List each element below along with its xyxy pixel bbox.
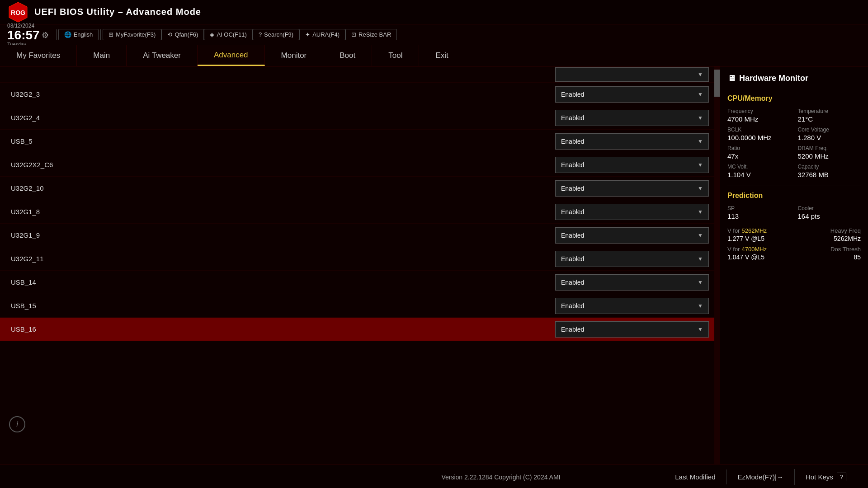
dropdown-arrow-usb-15: ▼ [698,303,703,309]
hw-prediction-grid: SP 113 Cooler 164 pts [727,205,861,220]
toolbar-search[interactable]: ? Search(F9) [253,29,299,40]
hw-divider [727,186,861,186]
tab-monitor[interactable]: Monitor [265,45,324,66]
dropdown-arrow-u32g1-8: ▼ [698,209,703,215]
hw-frequency-value: 4700 MHz [727,115,791,123]
toolbar-aura-label: AURA(F4) [312,31,340,38]
tab-main[interactable]: Main [77,45,127,66]
dropdown-usb-5[interactable]: Enabled ▼ [555,133,709,150]
hw-monitor-title: 🖥 Hardware Monitor [727,74,861,87]
dropdown-arrow-usb-16: ▼ [698,326,703,333]
dropdown-u32g2x2-c6[interactable]: Enabled ▼ [555,157,709,173]
hw-heavy-freq-label: Heavy Freq [830,227,861,234]
hw-v-5262-label: V for [727,227,740,234]
toolbar-qfan[interactable]: ⟲ Qfan(F6) [161,29,204,40]
header-top: ROG UEFI BIOS Utility – Advanced Mode [0,0,868,24]
dropdown-usb-16[interactable]: Enabled ▼ [555,321,709,338]
setting-control-usb-14: Enabled ▼ [555,274,709,291]
hw-core-voltage-label: Core Voltage [798,127,861,133]
setting-control-usb-15: Enabled ▼ [555,298,709,314]
dropdown-u32g1-8[interactable]: Enabled ▼ [555,204,709,220]
hw-cpu-memory-title: CPU/Memory [727,94,861,103]
setting-label-u32g2-4: U32G2_4 [11,114,555,122]
toolbar-divider-2 [100,29,101,40]
hw-mc-volt-label: MC Volt. [727,164,791,170]
hw-mc-volt-value: 1.104 V [727,171,791,178]
tab-exit[interactable]: Exit [419,45,465,66]
tab-exit-label: Exit [435,51,448,60]
svg-text:ROG: ROG [11,9,25,16]
hw-dos-thresh-value: 85 [854,253,861,261]
setting-label-u32g2-11: U32G2_11 [11,255,555,263]
footer-last-modified[interactable]: Last Modified [664,469,726,484]
settings-list: U32G2_3 Enabled ▼ U32G2_4 Enabled ▼ [0,83,720,341]
setting-control-u32g1-9: Enabled ▼ [555,227,709,244]
dropdown-value-u32g1-9: Enabled [561,232,584,239]
fan-icon: ⟲ [167,31,172,38]
setting-row-usb-15[interactable]: USB_15 Enabled ▼ [0,294,720,318]
setting-row-u32g2x2-c6[interactable]: U32G2X2_C6 Enabled ▼ [0,153,720,177]
dropdown-arrow-usb-14: ▼ [698,279,703,286]
setting-control-u32g2x2-c6: Enabled ▼ [555,157,709,173]
hw-frequency-item: Frequency 4700 MHz [727,108,791,123]
settings-panel: ▼ U32G2_3 Enabled ▼ U32G2_4 Enabled [0,66,720,464]
dropdown-u32g2-11[interactable]: Enabled ▼ [555,251,709,267]
setting-control-u32g2-11: Enabled ▼ [555,251,709,267]
dropdown-arrow-u32g2-11: ▼ [698,256,703,262]
setting-row-u32g1-9[interactable]: U32G1_9 Enabled ▼ [0,224,720,247]
footer-hot-keys[interactable]: Hot Keys ? [794,469,857,485]
search-icon: ? [259,31,262,38]
toolbar-aura[interactable]: ✦ AURA(F4) [299,29,345,40]
tab-advanced[interactable]: Advanced [198,45,265,66]
setting-row-u32g2-3[interactable]: U32G2_3 Enabled ▼ [0,83,720,106]
aura-icon: ✦ [305,31,310,38]
tab-boot[interactable]: Boot [323,45,372,66]
toolbar-aioc[interactable]: ◈ AI OC(F11) [204,29,252,40]
toolbar-myfavorite[interactable]: ⊞ MyFavorite(F3) [103,29,161,40]
dropdown-usb-15[interactable]: Enabled ▼ [555,298,709,314]
dropdown-value-u32g1-8: Enabled [561,208,584,216]
dropdown-value-usb-15: Enabled [561,302,584,310]
setting-label-u32g2-3: U32G2_3 [11,90,555,98]
footer-ez-mode[interactable]: EzMode(F7)|→ [726,469,794,484]
setting-row-u32g1-8[interactable]: U32G1_8 Enabled ▼ [0,200,720,224]
dropdown-arrow-u32g2-3: ▼ [698,91,703,98]
tab-ai-tweaker[interactable]: Ai Tweaker [127,45,198,66]
info-icon[interactable]: i [9,416,25,432]
hw-heavy-freq-value: 5262MHz [834,235,861,242]
hw-monitor-sidebar: 🖥 Hardware Monitor CPU/Memory Frequency … [720,66,868,464]
toolbar-aioc-label: AI OC(F11) [217,31,246,38]
setting-label-usb-16: USB_16 [11,325,555,333]
tab-my-favorites[interactable]: My Favorites [0,45,77,66]
setting-row-u32g2-4[interactable]: U32G2_4 Enabled ▼ [0,106,720,130]
setting-row-usb-5[interactable]: USB_5 Enabled ▼ [0,130,720,153]
dropdown-partial[interactable]: ▼ [555,67,709,82]
main-content: ▼ U32G2_3 Enabled ▼ U32G2_4 Enabled [0,66,868,464]
setting-row-usb-14[interactable]: USB_14 Enabled ▼ [0,271,720,294]
setting-row-usb-16[interactable]: USB_16 Enabled ▼ [0,318,720,341]
toolbar-resizebar[interactable]: ⊡ ReSize BAR [345,29,397,40]
dropdown-usb-14[interactable]: Enabled ▼ [555,274,709,291]
header: ROG UEFI BIOS Utility – Advanced Mode 03… [0,0,868,66]
dropdown-u32g2-4[interactable]: Enabled ▼ [555,110,709,126]
setting-control-partial: ▼ [555,67,709,82]
time-display: 16:57 [7,29,40,42]
setting-row-u32g2-11[interactable]: U32G2_11 Enabled ▼ [0,247,720,271]
setting-control-u32g2-4: Enabled ▼ [555,110,709,126]
dropdown-u32g2-3[interactable]: Enabled ▼ [555,86,709,103]
setting-row-partial-top: ▼ [0,66,720,83]
dropdown-u32g1-9[interactable]: Enabled ▼ [555,227,709,244]
hw-temperature-item: Temperature 21°C [798,108,861,123]
setting-control-u32g1-8: Enabled ▼ [555,204,709,220]
tab-tool[interactable]: Tool [372,45,419,66]
nav-tabs: My Favorites Main Ai Tweaker Advanced Mo… [0,45,868,66]
setting-row-u32g2-10[interactable]: U32G2_10 Enabled ▼ [0,177,720,200]
toolbar-english[interactable]: 🌐 English [58,29,99,40]
scrollbar-track[interactable] [714,66,720,464]
datetime: 03/12/2024 16:57 ⚙ Tuesday [7,23,49,47]
toolbar-resizebar-label: ReSize BAR [359,31,391,38]
setting-control-usb-16: Enabled ▼ [555,321,709,338]
dropdown-u32g2-10[interactable]: Enabled ▼ [555,180,709,197]
hw-capacity-item: Capacity 32768 MB [798,164,861,178]
gear-icon[interactable]: ⚙ [42,30,49,40]
